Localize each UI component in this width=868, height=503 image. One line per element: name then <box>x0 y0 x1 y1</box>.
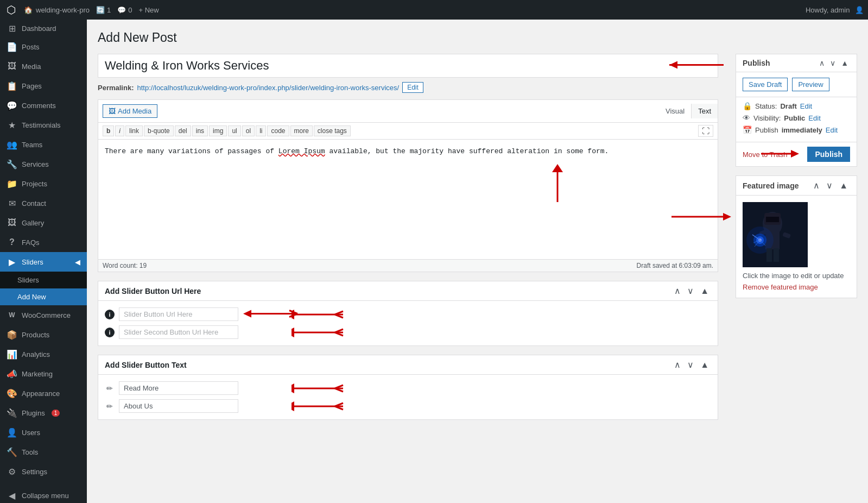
featured-image-collapse-btn[interactable]: ∧ <box>811 180 822 191</box>
svg-marker-7 <box>243 310 251 317</box>
faqs-icon: ? <box>7 237 17 248</box>
btn-bquote[interactable]: b-quote <box>144 125 174 136</box>
btn-del[interactable]: del <box>175 125 191 136</box>
sidebar-item-dashboard[interactable]: ⊞ Dashboard <box>0 20 87 37</box>
sidebar-item-tools[interactable]: 🔨 Tools <box>0 442 87 462</box>
slider-text-metabox: Add Slider Button Text ∧ ∨ ▲ ✏ <box>98 355 718 420</box>
post-title-input[interactable] <box>98 54 718 78</box>
sidebar-item-posts[interactable]: 📄 Posts <box>0 37 87 56</box>
sidebar-item-gallery[interactable]: 🖼 Gallery <box>0 213 87 232</box>
slider-url-close-btn[interactable]: ▲ <box>698 286 711 296</box>
btn-expand[interactable]: ⛶ <box>698 125 713 137</box>
sidebar-item-sliders[interactable]: ▶ Sliders ◀ <box>0 252 87 272</box>
publish-box: Publish ∧ ∨ ▲ Save Draft Preview 🔒 <box>736 54 857 167</box>
btn-li[interactable]: li <box>256 125 266 136</box>
status-value: Draft <box>780 102 796 110</box>
move-trash-link[interactable]: Move to Trash <box>743 150 787 159</box>
svg-line-13 <box>335 311 343 315</box>
slider-button-text-input-2[interactable] <box>119 399 238 413</box>
svg-line-14 <box>335 315 343 318</box>
editor-tabs: Visual Text <box>659 104 718 118</box>
howdy-text: Howdy, admin <box>806 6 850 14</box>
publish-collapse-btn[interactable]: ∧ <box>818 59 826 67</box>
sidebar-item-contact[interactable]: ✉ Contact <box>0 193 87 213</box>
tab-visual[interactable]: Visual <box>659 104 691 118</box>
sliders-submenu: Sliders Add New <box>0 272 87 305</box>
site-name[interactable]: welding-work-pro <box>36 6 90 14</box>
status-edit-link[interactable]: Edit <box>800 102 812 110</box>
publish-down-btn[interactable]: ∨ <box>828 59 837 67</box>
add-media-button[interactable]: 🖼 Add Media <box>103 104 157 118</box>
btn-close-tags[interactable]: close tags <box>314 125 351 136</box>
remove-featured-image-link[interactable]: Remove featured image <box>743 283 818 291</box>
sidebar-item-testimonials[interactable]: ★ Testimonials <box>0 115 87 135</box>
publish-header-controls: ∧ ∨ ▲ <box>818 59 850 67</box>
slider-url-collapse-btn[interactable]: ∧ <box>672 286 683 296</box>
sidebar-item-plugins[interactable]: 🔌 Plugins 1 <box>0 403 87 423</box>
sidebar-item-sliders-add-new[interactable]: Add New <box>0 288 87 305</box>
sidebar-item-products[interactable]: 📦 Products <box>0 325 87 344</box>
sidebar-item-projects[interactable]: 📁 Projects <box>0 174 87 193</box>
right-sidebar: Publish ∧ ∨ ▲ Save Draft Preview 🔒 <box>727 54 857 429</box>
btn-link[interactable]: link <box>125 125 143 136</box>
sidebar-item-settings[interactable]: ⚙ Settings <box>0 462 87 481</box>
slider-text-controls: ∧ ∨ ▲ <box>672 360 711 370</box>
sidebar-item-comments[interactable]: 💬 Comments <box>0 96 87 115</box>
topbar-new[interactable]: + New <box>138 6 159 14</box>
btn-code[interactable]: code <box>267 125 289 136</box>
btn-ins[interactable]: ins <box>192 125 208 136</box>
publish-close-btn[interactable]: ▲ <box>839 59 850 67</box>
slider-url-down-btn[interactable]: ∨ <box>685 286 696 296</box>
sidebar-item-collapse[interactable]: ◀ Collapse menu <box>0 486 87 503</box>
topbar-comments[interactable]: 💬 0 <box>117 6 132 14</box>
sidebar-item-services[interactable]: 🔧 Services <box>0 154 87 174</box>
sidebar-item-sliders-list[interactable]: Sliders <box>0 272 87 288</box>
save-draft-button[interactable]: Save Draft <box>743 78 788 91</box>
btn-bold[interactable]: b <box>103 125 114 136</box>
editor-footer: Word count: 19 Draft saved at 6:03:09 am… <box>98 259 718 272</box>
sidebar-item-teams[interactable]: 👥 Teams <box>0 135 87 154</box>
sidebar-item-marketing[interactable]: 📣 Marketing <box>0 364 87 383</box>
sidebar-item-media[interactable]: 🖼 Media <box>0 56 87 76</box>
publish-button[interactable]: Publish <box>807 147 850 162</box>
sidebar-item-woocommerce[interactable]: W WooCommerce <box>0 305 87 325</box>
btn-ol[interactable]: ol <box>242 125 255 136</box>
featured-image-down-btn[interactable]: ∨ <box>824 180 835 191</box>
editor-content[interactable]: There are many variations of passages of… <box>98 140 718 259</box>
tab-text[interactable]: Text <box>691 104 718 118</box>
url1-arrow-svg <box>292 308 346 321</box>
permalink-edit-button[interactable]: Edit <box>402 82 423 93</box>
draft-saved-text: Draft saved at 6:03:09 am. <box>637 262 713 269</box>
featured-image-controls: ∧ ∨ ▲ <box>811 180 850 191</box>
main-content: Add New Post Perm <box>87 20 868 503</box>
slider-button-url-input[interactable] <box>119 307 238 321</box>
topbar-updates[interactable]: 🔄 1 <box>96 6 111 14</box>
btn-ul[interactable]: ul <box>228 125 240 136</box>
btn-more[interactable]: more <box>290 125 313 136</box>
publish-time-edit-link[interactable]: Edit <box>826 126 838 134</box>
slider-text-close-btn[interactable]: ▲ <box>698 360 711 370</box>
sidebar-item-faqs[interactable]: ? FAQs <box>0 232 87 252</box>
new-label: + New <box>138 6 159 14</box>
wp-logo[interactable]: ⬡ <box>4 3 17 16</box>
btn-img[interactable]: img <box>209 125 227 136</box>
slider-button-text-input-1[interactable] <box>119 381 238 395</box>
sidebar-item-analytics[interactable]: 📊 Analytics <box>0 344 87 364</box>
sidebar-item-pages[interactable]: 📋 Pages <box>0 76 87 96</box>
slider-second-button-url-input[interactable] <box>119 325 238 339</box>
visibility-edit-link[interactable]: Edit <box>808 114 820 122</box>
preview-button[interactable]: Preview <box>792 78 829 91</box>
permalink-link[interactable]: http://localhost/luzuk/welding-work-pro/… <box>137 84 399 92</box>
topbar-site[interactable]: 🏠 welding-work-pro <box>24 6 90 14</box>
featured-image-close-btn[interactable]: ▲ <box>837 180 850 191</box>
slider-text-down-btn[interactable]: ∨ <box>685 360 696 370</box>
slider-text-metabox-body: ✏ <box>98 375 718 419</box>
publish-header: Publish ∧ ∨ ▲ <box>736 54 857 72</box>
sidebar-item-appearance[interactable]: 🎨 Appearance <box>0 383 87 403</box>
slider-text-collapse-btn[interactable]: ∧ <box>672 360 683 370</box>
svg-rect-46 <box>774 248 779 262</box>
featured-image-thumbnail[interactable] <box>743 202 808 267</box>
slider-text-metabox-header: Add Slider Button Text ∧ ∨ ▲ <box>98 355 718 375</box>
btn-italic[interactable]: i <box>115 125 124 136</box>
sidebar-item-users[interactable]: 👤 Users <box>0 423 87 442</box>
